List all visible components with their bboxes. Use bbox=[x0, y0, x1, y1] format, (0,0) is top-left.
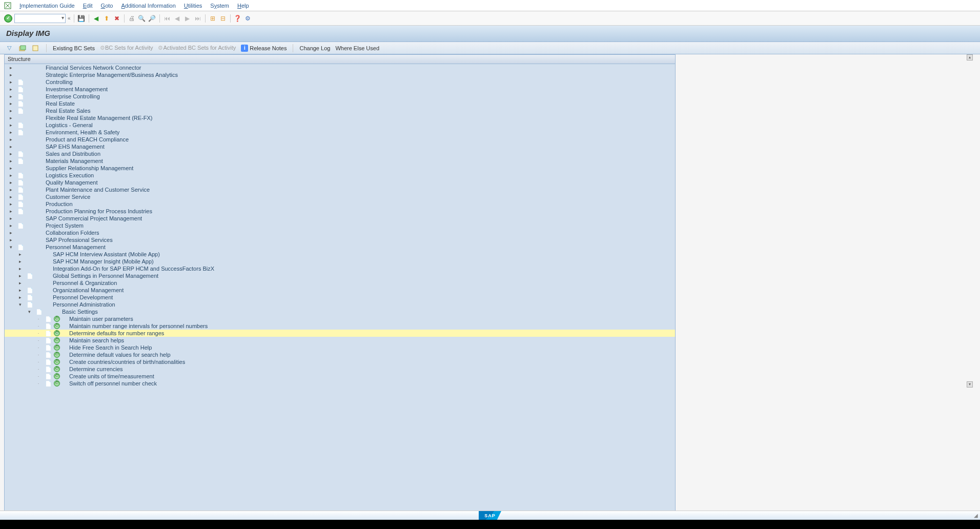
app-menu-icon[interactable] bbox=[4, 2, 11, 9]
prev-page-icon[interactable]: ◀ bbox=[173, 14, 181, 23]
img-activity-doc-icon[interactable] bbox=[17, 187, 24, 193]
enter-icon[interactable] bbox=[4, 14, 12, 23]
print-icon[interactable]: 🖨 bbox=[128, 14, 136, 23]
exit-icon[interactable]: ⬆ bbox=[103, 14, 111, 23]
menu-system[interactable]: System bbox=[210, 3, 229, 9]
tree-row[interactable]: Flexible Real Estate Management (RE-FX) bbox=[5, 114, 675, 121]
img-activity-doc-icon[interactable] bbox=[17, 151, 24, 157]
img-activity-doc-icon[interactable] bbox=[17, 93, 24, 99]
menu-help[interactable]: Help bbox=[237, 3, 249, 9]
back-icon[interactable]: ◀ bbox=[92, 14, 100, 23]
tree-row[interactable]: Real Estate Sales bbox=[5, 107, 675, 114]
expand-node-icon[interactable] bbox=[8, 237, 14, 242]
tree-row[interactable]: Personnel Administration bbox=[5, 301, 675, 308]
expand-node-icon[interactable] bbox=[8, 79, 14, 85]
img-activity-doc-icon[interactable] bbox=[17, 86, 24, 92]
img-activity-doc-icon[interactable] bbox=[17, 244, 24, 250]
tree-row[interactable]: Real Estate bbox=[5, 100, 675, 107]
tree-row[interactable]: Investment Management bbox=[5, 86, 675, 93]
create-shortcut-icon[interactable]: ⊟ bbox=[219, 14, 227, 23]
expand-node-icon[interactable] bbox=[8, 151, 14, 156]
tree-row[interactable]: Create countries/countries of birth/nati… bbox=[5, 358, 675, 365]
tree-row[interactable]: Plant Maintenance and Customer Service bbox=[5, 186, 675, 193]
menu-implementation-guide[interactable]: IImplementation Guidemplementation Guide bbox=[19, 3, 75, 9]
img-activity-doc-icon[interactable] bbox=[45, 373, 52, 379]
tree-row[interactable]: Materials Management bbox=[5, 157, 675, 165]
tree-row[interactable]: Enterprise Controlling bbox=[5, 93, 675, 100]
expand-node-icon[interactable] bbox=[17, 295, 23, 300]
img-activity-doc-icon[interactable] bbox=[26, 273, 33, 279]
tree-row[interactable]: Switch off personnel number check bbox=[5, 380, 675, 387]
tree-row[interactable]: SAP Commercial Project Management bbox=[5, 215, 675, 222]
expand-node-icon[interactable] bbox=[17, 280, 23, 286]
tree-row[interactable]: Quality Management bbox=[5, 179, 675, 186]
execute-activity-icon[interactable] bbox=[54, 380, 60, 386]
tree-row[interactable]: Logistics - General bbox=[5, 121, 675, 129]
expand-node-icon[interactable] bbox=[8, 94, 14, 99]
tree-row[interactable]: Project System bbox=[5, 222, 675, 229]
execute-activity-icon[interactable] bbox=[54, 373, 60, 379]
where-else-link[interactable]: Where Else Used bbox=[335, 45, 379, 51]
img-activity-doc-icon[interactable] bbox=[45, 316, 52, 322]
release-notes-link[interactable]: i Release Notes bbox=[241, 45, 287, 52]
img-activity-doc-icon[interactable] bbox=[17, 208, 24, 214]
expand-node-icon[interactable] bbox=[8, 144, 14, 149]
find-icon[interactable]: 🔍 bbox=[138, 14, 146, 23]
tree-row[interactable]: Determine defaults for number ranges bbox=[5, 330, 675, 337]
bc-sets-activity-link[interactable]: ⚙BC Sets for Activity bbox=[100, 45, 153, 51]
tree-row[interactable]: SAP EHS Management bbox=[5, 143, 675, 150]
expand-all-icon[interactable]: ▽ bbox=[5, 45, 13, 52]
execute-activity-icon[interactable] bbox=[54, 359, 60, 365]
expand-node-icon[interactable] bbox=[8, 180, 14, 185]
img-activity-doc-icon[interactable] bbox=[17, 108, 24, 114]
img-activity-doc-icon[interactable] bbox=[17, 179, 24, 186]
execute-activity-icon[interactable] bbox=[54, 366, 60, 372]
img-activity-doc-icon[interactable] bbox=[45, 323, 52, 329]
execute-activity-icon[interactable] bbox=[54, 337, 60, 343]
img-activity-doc-icon[interactable] bbox=[45, 337, 52, 343]
where-used-icon[interactable] bbox=[32, 45, 40, 52]
expand-node-icon[interactable] bbox=[8, 201, 14, 207]
expand-node-icon[interactable] bbox=[8, 115, 14, 120]
img-activity-doc-icon[interactable] bbox=[17, 172, 24, 178]
execute-activity-icon[interactable] bbox=[54, 323, 60, 329]
expand-node-icon[interactable] bbox=[8, 223, 14, 228]
expand-node-icon[interactable] bbox=[8, 101, 14, 106]
tree-row[interactable]: Determine default values for search help bbox=[5, 351, 675, 358]
command-field[interactable] bbox=[14, 14, 66, 23]
img-activity-doc-icon[interactable] bbox=[17, 79, 24, 85]
expand-node-icon[interactable] bbox=[17, 252, 23, 257]
expand-node-icon[interactable] bbox=[8, 130, 14, 135]
customize-icon[interactable]: ⚙ bbox=[244, 14, 252, 23]
scroll-up-icon[interactable]: ▴ bbox=[967, 54, 973, 60]
tree-row[interactable]: Supplier Relationship Management bbox=[5, 165, 675, 172]
right-scrollbar[interactable]: ▴ ▾ bbox=[967, 54, 973, 388]
existing-bc-sets-link[interactable]: Existing BC Sets bbox=[53, 45, 95, 51]
tree-row[interactable]: SAP HCM Interview Assistant (Mobile App) bbox=[5, 251, 675, 258]
history-icon[interactable]: « bbox=[68, 15, 71, 21]
tree-row[interactable]: Sales and Distribution bbox=[5, 150, 675, 157]
resize-handle-icon[interactable]: ◢ bbox=[974, 513, 978, 518]
tree-row[interactable]: Controlling bbox=[5, 78, 675, 86]
tree-row[interactable]: Personnel Management bbox=[5, 243, 675, 251]
menu-goto[interactable]: Goto bbox=[101, 3, 113, 9]
tree-row[interactable]: Hide Free Search in Search Help bbox=[5, 344, 675, 351]
tree-row[interactable]: Maintain number range intervals for pers… bbox=[5, 322, 675, 330]
expand-node-icon[interactable] bbox=[8, 166, 14, 171]
next-page-icon[interactable]: ▶ bbox=[183, 14, 192, 23]
img-activity-doc-icon[interactable] bbox=[26, 294, 33, 300]
expand-node-icon[interactable] bbox=[8, 173, 14, 178]
expand-node-icon[interactable] bbox=[8, 65, 14, 70]
new-session-icon[interactable]: ⊞ bbox=[209, 14, 217, 23]
img-activity-doc-icon[interactable] bbox=[17, 122, 24, 128]
tree-row[interactable]: Maintain search helps bbox=[5, 337, 675, 344]
change-log-link[interactable]: Change Log bbox=[299, 45, 330, 51]
expand-node-icon[interactable] bbox=[17, 266, 23, 271]
expand-node-icon[interactable] bbox=[8, 108, 14, 113]
expand-node-icon[interactable] bbox=[17, 273, 23, 278]
img-activity-doc-icon[interactable] bbox=[17, 201, 24, 207]
tree-row[interactable]: Maintain user parameters bbox=[5, 315, 675, 322]
img-activity-doc-icon[interactable] bbox=[45, 359, 52, 365]
execute-activity-icon[interactable] bbox=[54, 330, 60, 336]
menu-utilities[interactable]: Utilities bbox=[184, 3, 202, 9]
